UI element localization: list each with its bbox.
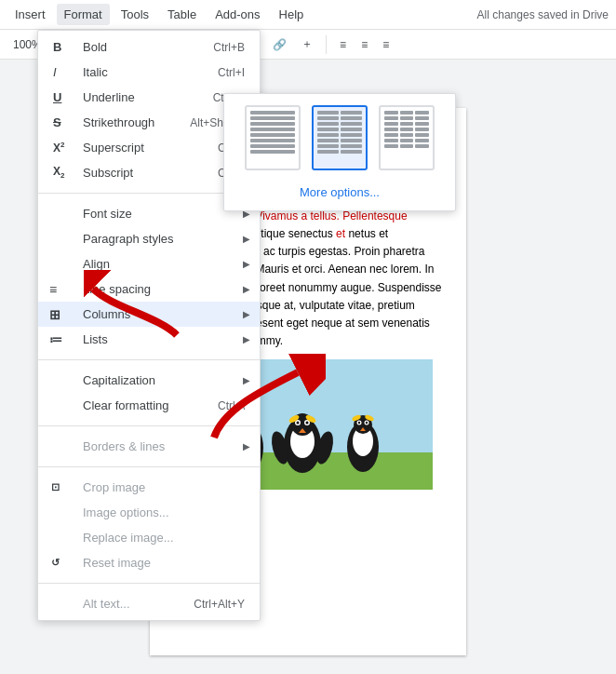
italic-icon: I <box>53 65 57 79</box>
underline-icon: U <box>53 90 61 104</box>
divider-menu-4 <box>38 466 260 467</box>
col2b-line-5 <box>341 133 362 137</box>
format-italic-item[interactable]: I Italic Ctrl+I <box>38 60 260 85</box>
format-align-item[interactable]: Align <box>38 251 260 276</box>
menu-insert[interactable]: Insert <box>7 4 53 25</box>
crop-label: Crop image <box>83 480 145 494</box>
col3b-line-5 <box>400 133 414 137</box>
col2b-line-6 <box>341 139 362 142</box>
format-alt-item: Alt text... Ctrl+Alt+Y <box>38 591 260 616</box>
format-image-section: ⊡ Crop image Image options... Replace im… <box>38 471 260 579</box>
columns-submenu: More options... <box>223 93 456 211</box>
align-center-button[interactable]: ≡ <box>355 36 373 53</box>
clear-shortcut: Ctrl+\ <box>199 399 245 412</box>
menu-table[interactable]: Table <box>160 4 204 25</box>
linespacing-icon: ≡ <box>49 282 57 297</box>
col3c-line-4 <box>415 128 429 131</box>
col3a-line-5 <box>384 133 398 137</box>
menu-bar: Insert Format Tools Table Add-ons Help A… <box>0 0 616 30</box>
format-caps-item[interactable]: Capitalization <box>38 368 260 393</box>
col2b-line-2 <box>341 116 362 120</box>
format-replaceimage-item: Replace image... <box>38 525 260 550</box>
format-style-section: Font size Paragraph styles Align ≡ Line … <box>38 197 260 356</box>
format-borders-item: Borders & lines <box>38 434 260 459</box>
one-column-option[interactable] <box>245 105 301 170</box>
col3a-line-3 <box>384 122 398 126</box>
align-right-button[interactable]: ≡ <box>377 36 395 53</box>
columns-label: Columns <box>83 307 130 321</box>
alt-shortcut: Ctrl+Alt+Y <box>175 598 245 611</box>
format-paragraph-item[interactable]: Paragraph styles <box>38 226 260 251</box>
columns-icon: ⊞ <box>49 307 60 322</box>
divider-5 <box>326 35 327 54</box>
menu-addons[interactable]: Add-ons <box>208 4 267 25</box>
col-line-3 <box>250 122 295 126</box>
menu-format[interactable]: Format <box>57 4 110 25</box>
svg-point-26 <box>358 422 360 424</box>
svg-point-15 <box>306 422 309 425</box>
col3a-line-1 <box>384 111 398 115</box>
divider-menu-5 <box>38 583 260 584</box>
col-line-4 <box>250 128 295 131</box>
underline-label: Underline <box>83 90 135 104</box>
col2-line-3 <box>317 122 339 126</box>
svg-point-27 <box>366 422 368 424</box>
col2b-line-7 <box>341 144 362 148</box>
borders-label: Borders & lines <box>83 439 165 453</box>
col3b-line-4 <box>400 128 414 131</box>
link-button[interactable]: 🔗 <box>267 36 292 53</box>
format-columns-item[interactable]: ⊞ Columns <box>38 302 260 327</box>
columns-options <box>239 105 440 170</box>
col-line-2 <box>250 116 295 120</box>
format-clear-item[interactable]: Clear formatting Ctrl+\ <box>38 393 260 418</box>
format-caps-section: Capitalization Clear formatting Ctrl+\ <box>38 364 260 422</box>
format-borders-section: Borders & lines <box>38 430 260 463</box>
paragraph-label: Paragraph styles <box>83 232 174 246</box>
col3c-line-6 <box>415 139 429 142</box>
format-imageoptions-item: Image options... <box>38 500 260 525</box>
bold-icon: B <box>53 40 61 54</box>
linespacing-label: Line spacing <box>83 282 151 296</box>
col2b-line-1 <box>341 111 362 115</box>
crop-icon: ⊡ <box>51 481 60 493</box>
col2b-line-8 <box>341 150 362 154</box>
col-group-3c <box>415 111 429 165</box>
col3b-line-2 <box>400 116 414 120</box>
more-options-link[interactable]: More options... <box>239 182 440 203</box>
lists-icon: ≔ <box>49 332 62 347</box>
menu-help[interactable]: Help <box>272 4 312 25</box>
align-left-button[interactable]: ≡ <box>334 36 352 53</box>
col-line-8 <box>250 150 295 154</box>
three-column-option[interactable] <box>379 105 435 170</box>
col2b-line-4 <box>341 128 362 131</box>
divider-menu-2 <box>38 359 260 360</box>
col3a-line-4 <box>384 128 398 131</box>
col2-line-7 <box>317 144 339 148</box>
col3c-line-2 <box>415 116 429 120</box>
italic-label: Italic <box>83 65 108 79</box>
two-column-option[interactable] <box>312 105 368 170</box>
superscript-label: Superscript <box>83 141 144 155</box>
col-line-5 <box>250 133 295 137</box>
col-line-1 <box>250 111 295 115</box>
alt-label: Alt text... <box>83 597 130 611</box>
subscript-label: Subscript <box>83 166 133 180</box>
menu-tools[interactable]: Tools <box>114 4 156 25</box>
strikethrough-icon: S <box>53 115 61 129</box>
two-col-lines <box>317 111 362 165</box>
strikethrough-label: Strikethrough <box>83 115 154 129</box>
format-lists-item[interactable]: ≔ Lists <box>38 327 260 352</box>
col3a-line-6 <box>384 139 398 142</box>
col3b-line-3 <box>400 122 414 126</box>
resetimage-label: Reset image <box>83 556 151 570</box>
col2-line-5 <box>317 133 339 137</box>
bold-shortcut: Ctrl+B <box>194 41 245 54</box>
col-group-2b <box>341 111 362 165</box>
comment-button[interactable]: ＋ <box>296 34 318 54</box>
three-col-lines <box>384 111 429 165</box>
col2-line-4 <box>317 128 339 131</box>
format-bold-item[interactable]: B Bold Ctrl+B <box>38 34 260 60</box>
one-col-lines <box>250 111 295 165</box>
format-linespacing-item[interactable]: ≡ Line spacing <box>38 276 260 302</box>
col2-line-8 <box>317 150 339 154</box>
